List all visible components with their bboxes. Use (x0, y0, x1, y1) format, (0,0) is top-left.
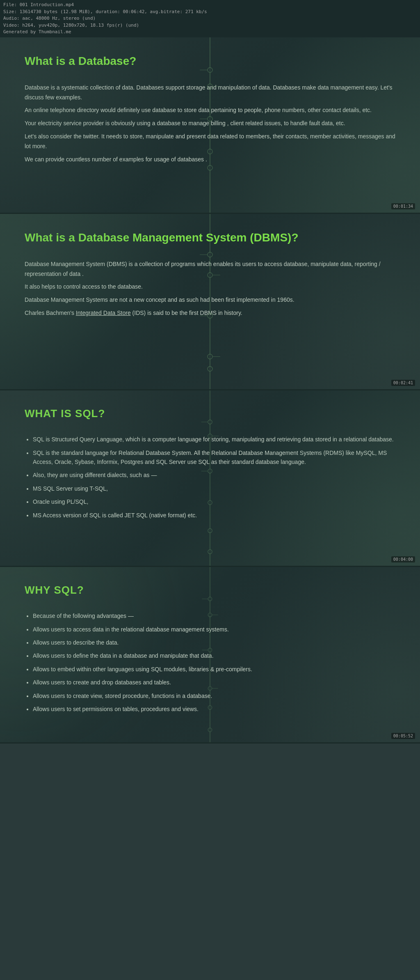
section-database: What is a Database? Database is a system… (0, 37, 420, 214)
file-info-line5: Generated by Thumbnail.me (3, 29, 417, 36)
file-info-line2: Size: 13614730 bytes (12.98 MiB), durati… (3, 9, 417, 16)
svg-point-25 (208, 354, 212, 359)
file-info-bar: File: 001 Introduction.mp4 Size: 1361473… (0, 0, 420, 37)
section2-timestamp: 00:02:41 (391, 380, 415, 386)
section1-timestamp: 00:01:34 (391, 203, 415, 209)
section-why-sql: WHY SQL? Because of the following advant… (0, 567, 420, 744)
svg-point-42 (208, 549, 212, 553)
svg-point-24 (208, 272, 212, 277)
svg-point-10 (208, 149, 212, 154)
svg-point-58 (208, 686, 212, 690)
file-info-line4: Video: h264, yuv420p, 1280x720, 18.13 fp… (3, 22, 417, 29)
circuit-right-decoration4 (0, 567, 420, 743)
svg-point-59 (208, 728, 212, 732)
circuit-right-decoration3 (0, 390, 420, 566)
svg-point-57 (208, 613, 212, 617)
file-info-line1: File: 001 Introduction.mp4 (3, 2, 417, 9)
section-sql: WHAT IS SQL? SQL is Structured Query Lan… (0, 390, 420, 567)
circuit-right-decoration2 (0, 214, 420, 389)
svg-point-9 (208, 84, 212, 89)
svg-point-41 (208, 500, 212, 505)
section4-timestamp: 00:05:52 (391, 733, 415, 739)
file-info-line3: Audio: aac, 48000 Hz, stereo (und) (3, 15, 417, 22)
section-dbms: What is a Database Management System (DB… (0, 214, 420, 390)
section3-timestamp: 00:04:00 (391, 556, 415, 562)
circuit-right-decoration (0, 37, 420, 213)
svg-point-40 (208, 434, 212, 438)
